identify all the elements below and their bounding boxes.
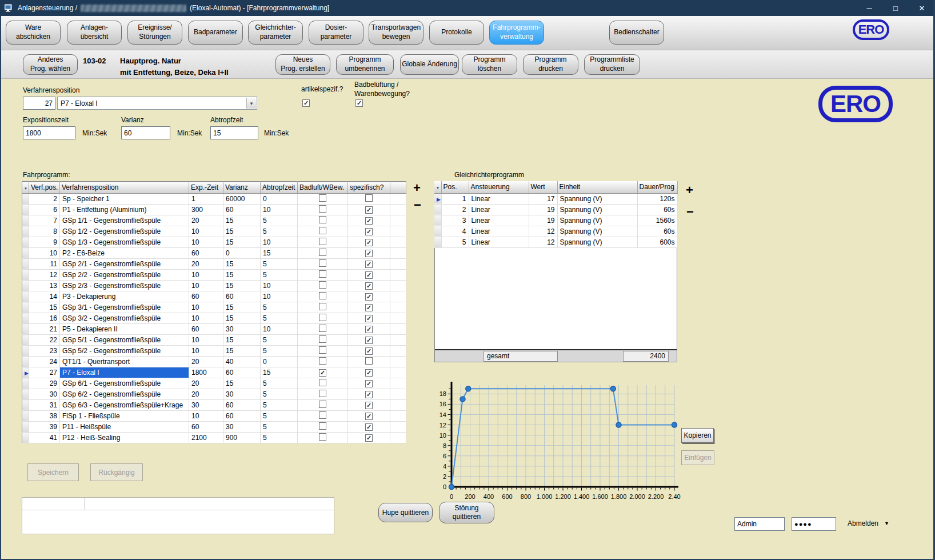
cell-varianz[interactable]: 15 [223, 237, 261, 248]
spezifisch-checkbox[interactable]: ✓ [365, 423, 373, 431]
row-selector[interactable]: ▶ [434, 193, 441, 204]
cell-verfpos[interactable]: 23 [29, 346, 60, 357]
cell-abtropf[interactable]: 15 [261, 248, 298, 259]
cell-exp[interactable]: 10 [189, 226, 223, 237]
row-selector[interactable] [22, 422, 29, 433]
badluft-checkbox[interactable] [319, 270, 326, 278]
close-button[interactable]: ✕ [909, 0, 935, 16]
cell-abtropf[interactable]: 5 [261, 313, 298, 324]
stoerung-quittieren-button[interactable]: Störung quittieren [439, 502, 494, 523]
row-selector[interactable] [22, 237, 29, 248]
cell-exp[interactable]: 60 [189, 291, 223, 302]
badluft-checkbox[interactable] [319, 194, 326, 202]
nav-tab-bedienschalter[interactable]: Bedienschalter [609, 21, 664, 45]
cell-wert[interactable]: 19 [529, 204, 557, 215]
cell-verfahrensposition[interactable]: GSp 2/3 - Gegenstromfließspüle [60, 281, 189, 291]
cell-abtropf[interactable]: 15 [261, 367, 298, 378]
cell-varianz[interactable]: 30 [223, 389, 261, 400]
cell-varianz[interactable]: 15 [223, 313, 261, 324]
spezifisch-checkbox[interactable]: ✓ [365, 391, 373, 398]
cell-varianz[interactable]: 30 [223, 324, 261, 335]
cell-varianz[interactable]: 900 [223, 433, 261, 443]
row-selector[interactable] [434, 204, 441, 215]
chart-point[interactable] [610, 386, 616, 391]
badluft-checkbox[interactable] [319, 401, 326, 408]
cell-abtropf[interactable]: 0 [261, 357, 298, 367]
cell-verfpos[interactable]: 11 [29, 259, 60, 270]
anderes-prog-waehlen-button[interactable]: Anderes Prog. wählen [23, 54, 78, 75]
einfuegen-button[interactable]: Einfügen [681, 450, 714, 465]
cell-exp[interactable]: 1 [189, 194, 223, 205]
cell-dauer[interactable]: 60s [637, 204, 677, 215]
cell-pos[interactable]: 1 [441, 193, 469, 204]
fahr-remove-row-button[interactable]: − [414, 199, 421, 211]
cell-varianz[interactable]: 15 [223, 226, 261, 237]
cell-verfpos[interactable]: 21 [29, 324, 60, 335]
badluft-checkbox[interactable] [319, 390, 326, 397]
cell-exp[interactable]: 10 [189, 270, 223, 281]
row-selector[interactable] [22, 400, 29, 411]
cell-verfpos[interactable]: 22 [29, 335, 60, 346]
cell-exp[interactable]: 10 [189, 346, 223, 357]
cell-ansteuerung[interactable]: Linear [469, 237, 529, 247]
spezifisch-checkbox[interactable] [365, 194, 373, 202]
spezifisch-checkbox[interactable]: ✓ [365, 228, 373, 235]
row-selector[interactable] [22, 248, 29, 259]
row-selector[interactable] [434, 237, 441, 247]
prog-action-programm-umbenennen[interactable]: Programm umbenennen [336, 54, 394, 75]
verfahrensposition-number-input[interactable] [23, 97, 55, 110]
cell-ansteuerung[interactable]: Linear [469, 193, 529, 204]
row-selector[interactable] [22, 346, 29, 357]
cell-varianz[interactable]: 15 [223, 215, 261, 226]
cell-exp[interactable]: 300 [189, 205, 223, 215]
cell-varianz[interactable]: 40 [223, 357, 261, 367]
password-input[interactable] [792, 517, 836, 531]
badluft-checkbox[interactable] [319, 379, 326, 386]
badluft-checkbox[interactable] [319, 314, 326, 321]
cell-verfahrensposition[interactable]: P2 - E6-Beize [60, 248, 189, 259]
cell-exp[interactable]: 10 [189, 411, 223, 422]
spezifisch-checkbox[interactable]: ✓ [365, 347, 373, 355]
spezifisch-checkbox[interactable]: ✓ [365, 413, 373, 420]
cell-exp[interactable]: 30 [189, 400, 223, 411]
row-selector[interactable] [22, 389, 29, 400]
badluft-checkbox[interactable] [319, 303, 326, 310]
cell-verfahrensposition[interactable]: GSp 1/2 - Gegenstromfließspüle [60, 226, 189, 237]
user-input[interactable] [734, 517, 785, 531]
cell-verfahrensposition[interactable]: GSp 2/1 - Gegenstromfließspüle [60, 259, 189, 270]
row-selector[interactable] [22, 259, 29, 270]
cell-varianz[interactable]: 15 [223, 259, 261, 270]
varianz-input[interactable] [121, 126, 170, 139]
prog-action-neues-prog-erstellen[interactable]: Neues Prog. erstellen [275, 54, 330, 75]
cell-verfahrensposition[interactable]: GSp 2/2 - Gegenstromfließspüle [60, 270, 189, 281]
abmelden-control[interactable]: Abmelden ▼ [848, 519, 889, 527]
badluft-checkbox[interactable] [319, 346, 326, 354]
cell-wert[interactable]: 17 [529, 193, 557, 204]
cell-verfpos[interactable]: 39 [29, 422, 60, 433]
cell-einheit[interactable]: Spannung (V) [557, 237, 637, 247]
spezifisch-checkbox[interactable] [365, 357, 373, 365]
cell-verfahrensposition[interactable]: GSp 3/1 - Gegenstromfließspüle [60, 302, 189, 313]
chart-point[interactable] [616, 422, 621, 427]
cell-verfahrensposition[interactable]: P7 - Eloxal I [60, 367, 189, 378]
cell-ansteuerung[interactable]: Linear [469, 226, 529, 237]
row-selector[interactable] [22, 270, 29, 281]
cell-verfahrensposition[interactable]: GSp 1/3 - Gegenstromfließspüle [60, 237, 189, 248]
maximize-button[interactable]: □ [882, 0, 909, 16]
cell-verfahrensposition[interactable]: GSp 5/1 - Gegenstromfließspüle [60, 335, 189, 346]
row-selector[interactable] [22, 411, 29, 422]
row-selector[interactable] [22, 226, 29, 237]
badluft-checkbox[interactable] [319, 411, 326, 419]
cell-exp[interactable]: 20 [189, 259, 223, 270]
cell-exp[interactable]: 1800 [189, 367, 223, 378]
chart-point[interactable] [466, 386, 471, 391]
cell-verfahrensposition[interactable]: P11 - Heißspüle [60, 422, 189, 433]
cell-verfahrensposition[interactable]: GSp 5/2 - Gegenstromfließspüle [60, 346, 189, 357]
cell-wert[interactable]: 19 [529, 215, 557, 226]
cell-verfpos[interactable]: 13 [29, 281, 60, 291]
cell-verfahrensposition[interactable]: GSp 6/3 - Gegenstromfließspüle+Krage [60, 400, 189, 411]
prog-action-globale-nderung[interactable]: Globale Änderung [400, 54, 459, 75]
cell-verfpos[interactable]: 6 [29, 205, 60, 215]
cell-verfpos[interactable]: 10 [29, 248, 60, 259]
chart-point[interactable] [460, 397, 465, 402]
